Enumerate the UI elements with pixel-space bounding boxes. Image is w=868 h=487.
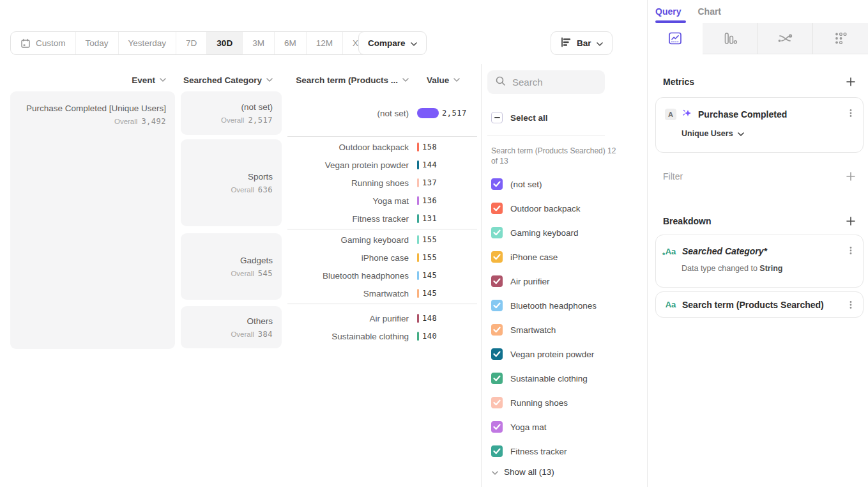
- metric-kebab-menu[interactable]: [846, 108, 855, 121]
- string-property-icon: Aa*: [665, 247, 676, 256]
- search-box[interactable]: [487, 70, 605, 94]
- date-range-6m[interactable]: 6M: [274, 32, 306, 54]
- date-range-3m[interactable]: 3M: [242, 32, 274, 54]
- term-row-gaming-keyboard[interactable]: Gaming keyboard155: [287, 231, 477, 249]
- search-input[interactable]: [512, 77, 595, 88]
- value-bar[interactable]: [417, 108, 439, 118]
- column-header-label: Search term (Products ...: [296, 75, 398, 85]
- event-spark-icon: [682, 108, 692, 118]
- filter-item-fitness-tracker[interactable]: Fitness tracker: [482, 439, 647, 463]
- calendar-icon: [20, 38, 31, 49]
- date-range-custom[interactable]: Custom: [11, 32, 75, 54]
- filter-item-label: Running shoes: [510, 398, 568, 408]
- filter-item-yoga-mat[interactable]: Yoga mat: [482, 415, 647, 439]
- breakdown-card-searched-category[interactable]: Aa* Searched Category* Data type changed…: [655, 235, 864, 288]
- report-tab-flows[interactable]: [758, 23, 813, 54]
- breakdown-card-search-term[interactable]: Aa Search term (Products Searched): [655, 291, 864, 318]
- select-all-row[interactable]: Select all: [491, 112, 647, 123]
- filter-checkbox[interactable]: [491, 324, 503, 336]
- value-bar[interactable]: [417, 235, 419, 244]
- term-row-smartwatch[interactable]: Smartwatch145: [287, 284, 477, 302]
- value-bar[interactable]: [417, 332, 419, 341]
- filter-checkbox[interactable]: [491, 203, 503, 214]
- filter-checkbox[interactable]: [491, 348, 503, 360]
- value-bar[interactable]: [417, 271, 419, 280]
- filter-checkbox[interactable]: [491, 251, 503, 263]
- filter-item-not-set[interactable]: (not set): [482, 172, 647, 196]
- filter-item-vegan-protein-powder[interactable]: Vegan protein powder: [482, 342, 647, 366]
- term-row-not-set[interactable]: (not set)2,517: [287, 104, 477, 122]
- filter-checkbox[interactable]: [491, 178, 503, 190]
- filter-checkbox[interactable]: [491, 300, 503, 311]
- term-row-bluetooth-headphones[interactable]: Bluetooth headphones145: [287, 267, 477, 284]
- value-bar[interactable]: [417, 214, 419, 223]
- term-row-iphone-case[interactable]: iPhone case155: [287, 249, 477, 267]
- chart-type-button[interactable]: Bar: [551, 31, 613, 55]
- filter-checkbox[interactable]: [491, 421, 503, 433]
- filter-item-iphone-case[interactable]: iPhone case: [482, 245, 647, 269]
- term-row-air-purifier[interactable]: Air purifier148: [287, 309, 477, 327]
- filter-checkbox[interactable]: [491, 397, 503, 408]
- breakdown-heading: Breakdown: [663, 216, 711, 226]
- breakdown-kebab-menu[interactable]: [846, 245, 855, 258]
- term-row-running-shoes[interactable]: Running shoes137: [287, 174, 477, 192]
- add-breakdown-button[interactable]: [846, 217, 855, 226]
- term-row-vegan-protein-powder[interactable]: Vegan protein powder144: [287, 156, 477, 174]
- column-header-searched-category[interactable]: Searched Category: [181, 72, 282, 88]
- value-bar[interactable]: [417, 143, 419, 151]
- add-metric-button[interactable]: [846, 77, 855, 86]
- term-row-sustainable-clothing[interactable]: Sustainable clothing140: [287, 327, 477, 345]
- category-cell[interactable]: Others Overall384: [181, 306, 282, 348]
- value-bar[interactable]: [417, 178, 419, 187]
- filter-checkbox[interactable]: [491, 227, 503, 238]
- value-bar[interactable]: [417, 289, 419, 298]
- filter-item-outdoor-backpack[interactable]: Outdoor backpack: [482, 196, 647, 220]
- term-row-yoga-mat[interactable]: Yoga mat136: [287, 192, 477, 210]
- filter-item-smartwatch[interactable]: Smartwatch: [482, 318, 647, 342]
- metric-card[interactable]: A Purchase Completed Unique Users: [655, 97, 864, 153]
- date-range-7d[interactable]: 7D: [176, 32, 206, 54]
- date-range-30d[interactable]: 30D: [206, 32, 242, 54]
- date-range-12m[interactable]: 12M: [306, 32, 342, 54]
- value-bar[interactable]: [417, 314, 419, 323]
- report-tab-retention[interactable]: [812, 23, 868, 54]
- compare-button[interactable]: Compare: [358, 31, 427, 55]
- add-filter-button[interactable]: [846, 172, 855, 181]
- filter-checkbox[interactable]: [491, 445, 503, 457]
- column-header-event[interactable]: Event: [10, 72, 175, 88]
- date-range-today[interactable]: Today: [75, 32, 118, 54]
- value-bar[interactable]: [417, 160, 419, 169]
- filter-item-sustainable-clothing[interactable]: Sustainable clothing: [482, 366, 647, 390]
- filter-checkbox[interactable]: [491, 275, 503, 287]
- event-cell[interactable]: Purchase Completed [Unique Users] Overal…: [10, 91, 175, 349]
- metric-aggregation[interactable]: Unique Users: [681, 129, 863, 138]
- report-tab-funnels[interactable]: [703, 23, 758, 54]
- filter-item-bluetooth-headphones[interactable]: Bluetooth headphones: [482, 293, 647, 318]
- filter-item-air-purifier[interactable]: Air purifier: [482, 269, 647, 293]
- show-all-button[interactable]: Show all (13): [492, 467, 647, 477]
- filter-item-running-shoes[interactable]: Running shoes: [482, 390, 647, 415]
- filter-checkbox[interactable]: [491, 373, 503, 384]
- category-cell[interactable]: (not set) Overall2,517: [181, 91, 282, 135]
- value-bar[interactable]: [417, 253, 419, 262]
- breakdown-title[interactable]: Searched Category*: [682, 246, 767, 256]
- report-tab-insights[interactable]: [648, 23, 703, 54]
- filter-item-gaming-keyboard[interactable]: Gaming keyboard: [482, 220, 647, 245]
- filter-item-label: Outdoor backpack: [510, 204, 581, 213]
- tab-query[interactable]: Query: [655, 6, 681, 17]
- column-header-search-term[interactable]: Search term (Products ...: [287, 72, 409, 88]
- term-row-fitness-tracker[interactable]: Fitness tracker131: [287, 210, 477, 228]
- select-all-checkbox[interactable]: [491, 112, 503, 123]
- breakdown-kebab-menu[interactable]: [846, 300, 855, 313]
- breakdown-title[interactable]: Search term (Products Searched): [682, 300, 824, 310]
- date-range-yesterday[interactable]: Yesterday: [118, 32, 176, 54]
- category-cell[interactable]: Gadgets Overall545: [181, 233, 282, 300]
- term-row-outdoor-backpack[interactable]: Outdoor backpack158: [287, 138, 477, 156]
- filter-item-label: Smartwatch: [510, 325, 556, 335]
- value-bar[interactable]: [417, 196, 419, 205]
- category-cell[interactable]: Sports Overall636: [181, 139, 282, 226]
- tab-chart[interactable]: Chart: [697, 6, 721, 17]
- column-header-value[interactable]: Value: [417, 72, 477, 88]
- metric-title[interactable]: Purchase Completed: [698, 109, 787, 120]
- funnels-icon: [722, 31, 738, 46]
